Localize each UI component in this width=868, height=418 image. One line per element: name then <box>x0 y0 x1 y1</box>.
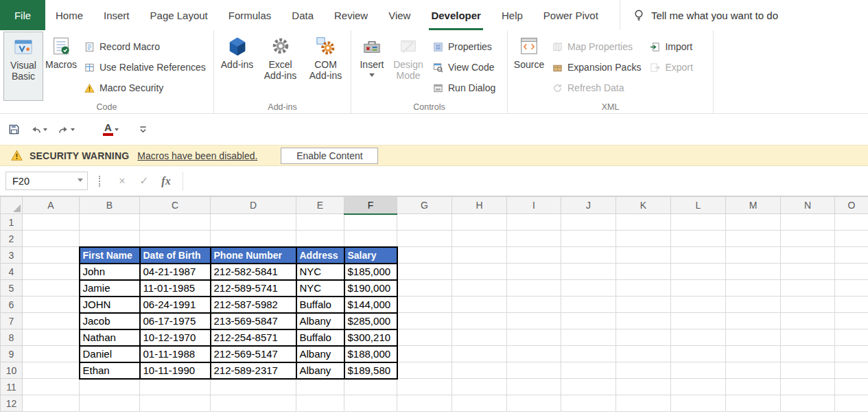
cell-O1[interactable] <box>835 214 868 231</box>
cell-C9[interactable]: 01-11-1988 <box>140 346 211 362</box>
cell-L4[interactable] <box>671 264 726 280</box>
cell-A11[interactable] <box>23 379 80 395</box>
cell-M5[interactable] <box>726 280 781 297</box>
tab-view[interactable]: View <box>378 0 421 30</box>
cell-M12[interactable] <box>726 395 781 412</box>
row-header-9[interactable]: 9 <box>1 346 23 362</box>
cell-D6[interactable]: 212-587-5982 <box>211 297 296 313</box>
cell-A5[interactable] <box>23 280 80 297</box>
column-header-A[interactable]: A <box>23 197 80 214</box>
cell-G8[interactable] <box>397 329 452 346</box>
cell-J1[interactable] <box>561 214 616 231</box>
cell-J7[interactable] <box>561 313 616 329</box>
cell-C10[interactable]: 10-11-1990 <box>140 362 211 379</box>
macros-button[interactable]: Macros <box>43 32 79 101</box>
cell-G11[interactable] <box>397 379 452 395</box>
column-header-O[interactable]: O <box>835 197 868 214</box>
cell-F1[interactable] <box>344 214 397 231</box>
cell-N3[interactable] <box>781 247 835 264</box>
cell-J4[interactable] <box>561 264 616 280</box>
cell-E1[interactable] <box>296 214 344 231</box>
cell-I11[interactable] <box>507 379 561 395</box>
cell-G12[interactable] <box>397 395 452 412</box>
tab-help[interactable]: Help <box>491 0 533 30</box>
cell-I1[interactable] <box>507 214 561 231</box>
cell-G2[interactable] <box>397 231 452 247</box>
visual-basic-button[interactable]: Visual Basic <box>3 32 43 101</box>
cell-E8[interactable]: Buffalo <box>296 329 344 346</box>
cell-L6[interactable] <box>671 297 726 313</box>
use-relative-references-button[interactable]: Use Relative References <box>82 59 208 76</box>
import-button[interactable]: Import <box>647 38 694 55</box>
cell-I3[interactable] <box>507 247 561 264</box>
map-properties-button[interactable]: Map Properties <box>550 38 643 55</box>
redo-button[interactable] <box>58 124 75 135</box>
cell-N9[interactable] <box>781 346 835 362</box>
cell-B11[interactable] <box>80 379 140 395</box>
cell-C4[interactable]: 04-21-1987 <box>140 264 211 280</box>
source-button[interactable]: Source <box>511 32 547 101</box>
cell-M1[interactable] <box>726 214 781 231</box>
cell-G5[interactable] <box>397 280 452 297</box>
cell-B5[interactable]: Jamie <box>80 280 140 297</box>
cell-J8[interactable] <box>561 329 616 346</box>
cell-O9[interactable] <box>835 346 868 362</box>
cell-I10[interactable] <box>507 362 561 379</box>
cell-F11[interactable] <box>344 379 397 395</box>
cell-J6[interactable] <box>561 297 616 313</box>
cell-G1[interactable] <box>397 214 452 231</box>
row-header-6[interactable]: 6 <box>1 297 23 313</box>
cell-B7[interactable]: Jacob <box>80 313 140 329</box>
cell-K4[interactable] <box>616 264 671 280</box>
cell-M10[interactable] <box>726 362 781 379</box>
cell-K7[interactable] <box>616 313 671 329</box>
macros-disabled-link[interactable]: Macros have been disabled. <box>137 150 257 161</box>
column-header-D[interactable]: D <box>211 197 296 214</box>
enable-content-button[interactable]: Enable Content <box>281 148 378 164</box>
cell-E2[interactable] <box>296 231 344 247</box>
cell-N2[interactable] <box>781 231 835 247</box>
cell-B4[interactable]: John <box>80 264 140 280</box>
cell-O11[interactable] <box>835 379 868 395</box>
cell-A4[interactable] <box>23 264 80 280</box>
row-header-12[interactable]: 12 <box>1 395 23 412</box>
cell-N10[interactable] <box>781 362 835 379</box>
cell-E6[interactable]: Buffalo <box>296 297 344 313</box>
cell-B2[interactable] <box>80 231 140 247</box>
cell-D5[interactable]: 212-589-5741 <box>211 280 296 297</box>
save-button[interactable] <box>8 124 20 135</box>
tab-insert[interactable]: Insert <box>93 0 140 30</box>
cell-O8[interactable] <box>835 329 868 346</box>
tab-file[interactable]: File <box>0 0 45 30</box>
cell-D4[interactable]: 212-582-5841 <box>211 264 296 280</box>
cell-D10[interactable]: 212-589-2317 <box>211 362 296 379</box>
row-header-3[interactable]: 3 <box>1 247 23 264</box>
tab-power-pivot[interactable]: Power Pivot <box>533 0 609 30</box>
font-color-button[interactable]: A <box>103 123 119 136</box>
cell-L5[interactable] <box>671 280 726 297</box>
cell-H4[interactable] <box>452 264 507 280</box>
column-header-C[interactable]: C <box>140 197 211 214</box>
record-macro-button[interactable]: Record Macro <box>82 38 208 55</box>
row-header-2[interactable]: 2 <box>1 231 23 247</box>
cell-F12[interactable] <box>344 395 397 412</box>
cell-D1[interactable] <box>211 214 296 231</box>
cell-K1[interactable] <box>616 214 671 231</box>
cell-A1[interactable] <box>23 214 80 231</box>
cell-A8[interactable] <box>23 329 80 346</box>
cell-O12[interactable] <box>835 395 868 412</box>
cell-B1[interactable] <box>80 214 140 231</box>
cell-J12[interactable] <box>561 395 616 412</box>
cell-I7[interactable] <box>507 313 561 329</box>
cell-I2[interactable] <box>507 231 561 247</box>
cell-M4[interactable] <box>726 264 781 280</box>
tab-home[interactable]: Home <box>45 0 93 30</box>
cell-H11[interactable] <box>452 379 507 395</box>
cell-C5[interactable]: 11-01-1985 <box>140 280 211 297</box>
cell-H1[interactable] <box>452 214 507 231</box>
column-header-L[interactable]: L <box>671 197 726 214</box>
cell-B12[interactable] <box>80 395 140 412</box>
tell-me-box[interactable]: Tell me what you want to do <box>620 0 778 30</box>
row-header-11[interactable]: 11 <box>1 379 23 395</box>
cell-L8[interactable] <box>671 329 726 346</box>
